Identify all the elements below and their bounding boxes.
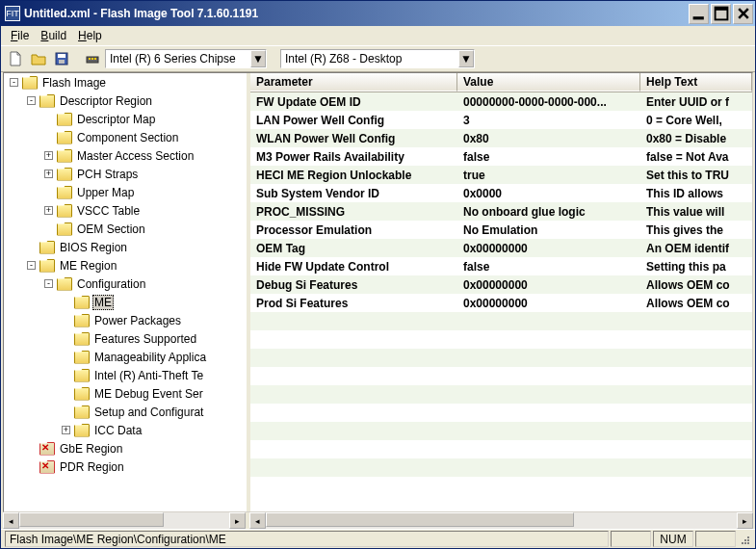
expand-icon[interactable]: +: [44, 206, 53, 215]
tree-item[interactable]: Features Supported: [4, 329, 247, 348]
tree-scroll-right[interactable]: ▸: [229, 512, 246, 529]
cell-value: 0x00000000: [457, 296, 640, 311]
resize-grip[interactable]: [736, 533, 751, 546]
cell-help: Enter UUID or f: [640, 94, 752, 110]
collapse-icon[interactable]: -: [27, 261, 36, 270]
folder-closed-icon: [57, 186, 72, 199]
tree-label: ME Debug Event Ser: [92, 386, 205, 402]
menu-build[interactable]: Build: [35, 27, 72, 44]
svg-rect-7: [89, 58, 91, 60]
table-row: [250, 312, 752, 330]
tree-item[interactable]: Intel (R) Anti-Theft Te: [4, 366, 247, 384]
statusbar: Flash Image\ME Region\Configuration\ME N…: [1, 529, 755, 548]
table-row[interactable]: WLAN Power Well Config0x800x80 = Disable: [250, 129, 752, 147]
tree-item[interactable]: Manageability Applica: [4, 348, 247, 366]
sku-combo-arrow[interactable]: ▼: [458, 50, 474, 67]
tree-label: Configuration: [75, 276, 147, 292]
build-button[interactable]: [82, 48, 103, 69]
tree-item[interactable]: Power Packages: [4, 311, 247, 329]
close-button[interactable]: [733, 4, 753, 24]
expand-icon[interactable]: +: [62, 426, 70, 434]
titlebar: FIT Untitled.xml - Flash Image Tool 7.1.…: [1, 1, 755, 26]
folder-closed-icon: [74, 332, 90, 346]
tree-label: Power Packages: [92, 313, 183, 328]
tree-item[interactable]: +PCH Straps: [4, 165, 247, 183]
table-row[interactable]: Hide FW Update ControlfalseSetting this …: [250, 257, 752, 275]
tree-item[interactable]: +ICC Data: [4, 421, 247, 439]
cell-value: [457, 449, 640, 451]
expand-icon[interactable]: +: [44, 151, 53, 160]
open-folder-icon: [31, 51, 46, 66]
folder-closed-icon: [57, 168, 72, 181]
tree-item[interactable]: GbE Region: [4, 439, 247, 458]
tree-item[interactable]: +Master Access Section: [4, 146, 247, 165]
tree-item[interactable]: Upper Map: [4, 183, 247, 201]
minimize-button[interactable]: [689, 4, 709, 24]
cell-help: [640, 412, 752, 414]
maximize-button[interactable]: [711, 4, 731, 24]
sku-combo[interactable]: Intel (R) Z68 - Desktop ▼: [280, 49, 475, 68]
cell-param: M3 Power Rails Availability: [250, 149, 457, 165]
table-row[interactable]: OEM Tag0x00000000An OEM identif: [250, 239, 752, 257]
minimize-icon: [691, 6, 707, 21]
tree-body: -Flash Image-Descriptor RegionDescriptor…: [4, 73, 247, 511]
new-button[interactable]: [5, 48, 26, 69]
table-row[interactable]: Prod Si Features0x00000000Allows OEM co: [250, 294, 752, 312]
table-row[interactable]: HECI ME Region UnlockabletrueSet this to…: [250, 166, 752, 184]
table-row[interactable]: Processor EmulationNo EmulationThis give…: [250, 221, 752, 239]
cell-value: [457, 321, 640, 323]
tree-item[interactable]: +VSCC Table: [4, 201, 247, 220]
tree-pane[interactable]: -Flash Image-Descriptor RegionDescriptor…: [4, 73, 247, 511]
table-pane: Parameter Value Help Text FW Update OEM …: [250, 73, 752, 511]
menu-help[interactable]: Help: [72, 27, 108, 44]
col-parameter[interactable]: Parameter: [250, 73, 457, 92]
table-row[interactable]: M3 Power Rails Availabilityfalsefalse = …: [250, 147, 752, 166]
cell-help: This ID allows: [640, 186, 752, 201]
tree-item[interactable]: BIOS Region: [4, 238, 247, 256]
chipset-combo-arrow[interactable]: ▼: [250, 50, 266, 67]
table-scroll-right[interactable]: ▸: [737, 512, 753, 529]
table-scroll-track[interactable]: [266, 512, 737, 529]
cell-param: Sub System Vendor ID: [250, 186, 457, 201]
table-row[interactable]: Sub System Vendor ID0x0000This ID allows: [250, 184, 752, 202]
tree-item[interactable]: -Flash Image: [4, 73, 247, 92]
collapse-icon[interactable]: -: [10, 78, 18, 87]
folder-disabled-icon: [39, 460, 55, 474]
tree-item[interactable]: Setup and Configurat: [4, 403, 247, 421]
tree-label: Descriptor Map: [75, 112, 157, 127]
tree-item[interactable]: Descriptor Map: [4, 110, 247, 128]
col-value[interactable]: Value: [457, 73, 640, 92]
table-row[interactable]: FW Update OEM ID00000000-0000-0000-000..…: [250, 92, 752, 111]
table-scroll-left[interactable]: ◂: [249, 512, 266, 529]
cell-value: [457, 485, 640, 487]
tree-item[interactable]: ME Debug Event Ser: [4, 384, 247, 403]
tree-scroll-thumb[interactable]: [19, 512, 164, 527]
collapse-icon[interactable]: -: [44, 279, 53, 288]
tree-item[interactable]: PDR Region: [4, 458, 247, 476]
tree-item[interactable]: -Descriptor Region: [4, 92, 247, 110]
table-row[interactable]: PROC_MISSINGNo onboard glue logicThis va…: [250, 202, 752, 221]
tree-scroll-track[interactable]: [19, 512, 229, 529]
table-row[interactable]: LAN Power Well Config30 = Core Well,: [250, 111, 752, 129]
table-body[interactable]: FW Update OEM ID00000000-0000-0000-000..…: [250, 92, 752, 511]
open-button[interactable]: [28, 48, 49, 69]
tree-item[interactable]: ME: [4, 293, 247, 311]
table-scroll-thumb[interactable]: [266, 512, 574, 527]
tree-item[interactable]: -ME Region: [4, 256, 247, 274]
table-row[interactable]: Debug Si Features0x00000000Allows OEM co: [250, 275, 752, 294]
cell-value: [457, 339, 640, 341]
svg-rect-9: [94, 58, 96, 60]
tree-item[interactable]: -Configuration: [4, 274, 247, 293]
tree-scroll-left[interactable]: ◂: [3, 512, 19, 529]
tree-item[interactable]: OEM Section: [4, 220, 247, 238]
expand-icon[interactable]: +: [44, 170, 53, 178]
save-button[interactable]: [51, 48, 72, 69]
menu-file[interactable]: File: [5, 27, 35, 44]
cell-param: [250, 485, 457, 487]
col-help[interactable]: Help Text: [640, 73, 752, 92]
svg-rect-4: [58, 54, 65, 58]
tree-item[interactable]: Component Section: [4, 128, 247, 146]
cell-param: [250, 412, 457, 414]
collapse-icon[interactable]: -: [27, 96, 36, 105]
chipset-combo[interactable]: Intel (R) 6 Series Chipse ▼: [105, 49, 267, 68]
